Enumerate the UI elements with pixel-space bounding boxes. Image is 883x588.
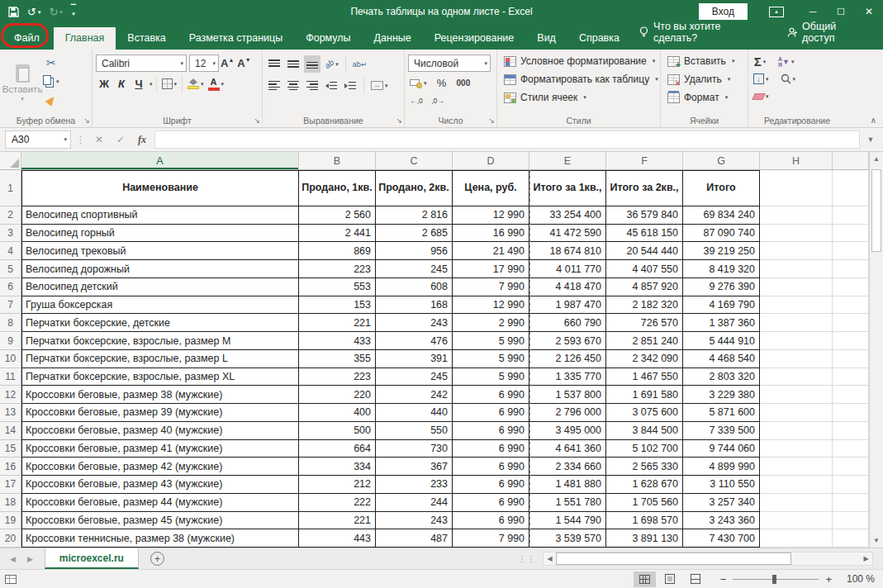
- table-row-cell[interactable]: 1 481 880: [529, 476, 606, 494]
- comma-style-button[interactable]: 000: [455, 74, 472, 92]
- empty-cell[interactable]: [760, 296, 833, 315]
- table-row-cell[interactable]: 5 444 910: [683, 332, 760, 350]
- table-row-cell[interactable]: 20 544 440: [606, 242, 683, 260]
- table-row-cell[interactable]: 223: [299, 368, 376, 386]
- table-row-cell[interactable]: 6 990: [453, 458, 529, 476]
- table-row-cell[interactable]: 3 075 600: [606, 404, 683, 422]
- table-row-cell[interactable]: Кроссовки беговые, размер 44 (мужские): [21, 494, 299, 512]
- row-header-5[interactable]: 5: [0, 260, 21, 278]
- table-row-cell[interactable]: 2 182 320: [606, 296, 683, 315]
- new-sheet-button[interactable]: +: [150, 552, 164, 566]
- percent-style-button[interactable]: %: [434, 74, 450, 92]
- enter-entry-button[interactable]: ✓: [112, 134, 130, 145]
- table-row-cell[interactable]: 400: [299, 404, 376, 422]
- table-row-cell[interactable]: 6 990: [453, 404, 529, 422]
- underline-caret-icon[interactable]: ▾: [150, 81, 153, 88]
- empty-cell[interactable]: [833, 476, 869, 494]
- table-header-cell[interactable]: Итого за 1кв.,: [529, 170, 606, 206]
- table-row-cell[interactable]: Перчатки боксерские, детские: [21, 314, 299, 332]
- empty-cell[interactable]: [760, 404, 833, 422]
- table-row-cell[interactable]: 726 570: [606, 314, 683, 332]
- table-row-cell[interactable]: 500: [299, 422, 376, 440]
- table-row-cell[interactable]: 9 744 060: [683, 440, 760, 458]
- column-header-G[interactable]: G: [683, 152, 760, 170]
- table-row-cell[interactable]: Кроссовки беговые, размер 43 (мужские): [21, 476, 299, 494]
- table-row-cell[interactable]: 220: [299, 386, 376, 404]
- table-row-cell[interactable]: 553: [299, 278, 376, 296]
- row-header-9[interactable]: 9: [0, 332, 21, 350]
- scroll-down-icon[interactable]: ▼: [870, 533, 883, 548]
- align-middle-button[interactable]: [285, 55, 301, 73]
- insert-function-button[interactable]: fx: [133, 134, 151, 146]
- table-row-cell[interactable]: 1 544 790: [529, 512, 606, 530]
- zoom-out-button[interactable]: −: [720, 573, 727, 586]
- fill-button[interactable]: ↓▾: [752, 70, 771, 88]
- share-button[interactable]: Общий доступ: [776, 16, 883, 50]
- table-row-cell[interactable]: 39 219 250: [683, 242, 760, 260]
- table-row-cell[interactable]: Кроссовки беговые, размер 41 (мужские): [21, 440, 299, 458]
- table-header-cell[interactable]: Цена, руб.: [453, 170, 529, 206]
- table-row-cell[interactable]: 6 990: [453, 422, 529, 440]
- empty-cell[interactable]: [760, 458, 833, 476]
- tab-review[interactable]: Рецензирование: [423, 27, 526, 50]
- table-row-cell[interactable]: Кроссовки беговые, размер 38 (мужские): [21, 386, 299, 404]
- table-row-cell[interactable]: 3 243 360: [683, 512, 760, 530]
- table-row-cell[interactable]: Кроссовки беговые, размер 42 (мужские): [21, 458, 299, 476]
- table-row-cell[interactable]: 367: [376, 458, 453, 476]
- table-row-cell[interactable]: 243: [376, 512, 453, 530]
- table-row-cell[interactable]: 245: [376, 260, 453, 278]
- expand-formula-bar-icon[interactable]: ▼: [863, 135, 878, 144]
- table-row-cell[interactable]: 1 467 550: [606, 368, 683, 386]
- accounting-format-button[interactable]: ▾: [408, 74, 429, 92]
- tab-help[interactable]: Справка: [567, 27, 631, 50]
- empty-cell[interactable]: [833, 494, 869, 512]
- table-row-cell[interactable]: 4 468 540: [683, 350, 760, 368]
- paste-button[interactable]: Вставить ▾: [3, 52, 41, 113]
- clear-button[interactable]: ▾: [752, 88, 771, 105]
- table-row-cell[interactable]: 3 844 500: [606, 422, 683, 440]
- customize-qat-button[interactable]: ▔▾: [71, 7, 76, 17]
- scroll-left-icon[interactable]: ◀: [544, 552, 556, 565]
- empty-cell[interactable]: [760, 386, 833, 404]
- table-row-cell[interactable]: 4 169 790: [683, 296, 760, 315]
- decrease-font-button[interactable]: А▼: [235, 55, 252, 72]
- clipboard-dialog-launcher-icon[interactable]: ↘: [83, 117, 90, 125]
- row-header-14[interactable]: 14: [0, 422, 21, 440]
- table-row-cell[interactable]: Велосипед спортивный: [21, 206, 299, 225]
- empty-cell[interactable]: [760, 206, 833, 225]
- table-row-cell[interactable]: 233: [376, 476, 453, 494]
- view-normal-button[interactable]: [634, 571, 656, 587]
- column-header-A[interactable]: A: [21, 152, 299, 170]
- table-row-cell[interactable]: 660 790: [529, 314, 606, 332]
- align-bottom-button[interactable]: [304, 55, 320, 73]
- table-row-cell[interactable]: 16 990: [453, 225, 529, 243]
- table-row-cell[interactable]: 6 990: [453, 386, 529, 404]
- table-row-cell[interactable]: 1 987 470: [529, 296, 606, 315]
- delete-cells-button[interactable]: Удалить▾: [664, 70, 744, 88]
- row-header-15[interactable]: 15: [0, 440, 21, 458]
- cancel-entry-button[interactable]: ✕: [90, 134, 108, 145]
- table-row-cell[interactable]: 3 539 570: [529, 529, 606, 548]
- table-row-cell[interactable]: Перчатки боксерские, взрослые, размер L: [21, 350, 299, 368]
- table-row-cell[interactable]: Кроссовки теннисные, размер 38 (мужские): [21, 529, 299, 548]
- scroll-right-icon[interactable]: ▶: [860, 552, 872, 565]
- empty-cell[interactable]: [760, 512, 833, 530]
- row-header-18[interactable]: 18: [0, 494, 21, 512]
- table-header-cell[interactable]: Продано, 1кв.: [299, 170, 376, 206]
- table-row-cell[interactable]: 212: [299, 476, 376, 494]
- prev-sheet-icon[interactable]: ◀: [10, 555, 16, 563]
- fill-color-button[interactable]: ▾: [186, 75, 206, 92]
- row-header-20[interactable]: 20: [0, 529, 21, 548]
- row-header-8[interactable]: 8: [0, 314, 21, 332]
- table-row-cell[interactable]: 2 990: [453, 314, 529, 332]
- table-row-cell[interactable]: 956: [376, 242, 453, 260]
- table-row-cell[interactable]: Перчатки боксерские, взрослые, размер M: [21, 332, 299, 350]
- tab-page-layout[interactable]: Разметка страницы: [178, 27, 294, 50]
- scroll-up-icon[interactable]: ▲: [870, 152, 883, 166]
- row-header-13[interactable]: 13: [0, 404, 21, 422]
- empty-cell[interactable]: [833, 314, 869, 332]
- row-header-2[interactable]: 2: [0, 206, 21, 225]
- table-row-cell[interactable]: Кроссовки беговые, размер 45 (мужские): [21, 512, 299, 530]
- table-row-cell[interactable]: Кроссовки беговые, размер 39 (мужские): [21, 404, 299, 422]
- table-row-cell[interactable]: 2 126 450: [529, 350, 606, 368]
